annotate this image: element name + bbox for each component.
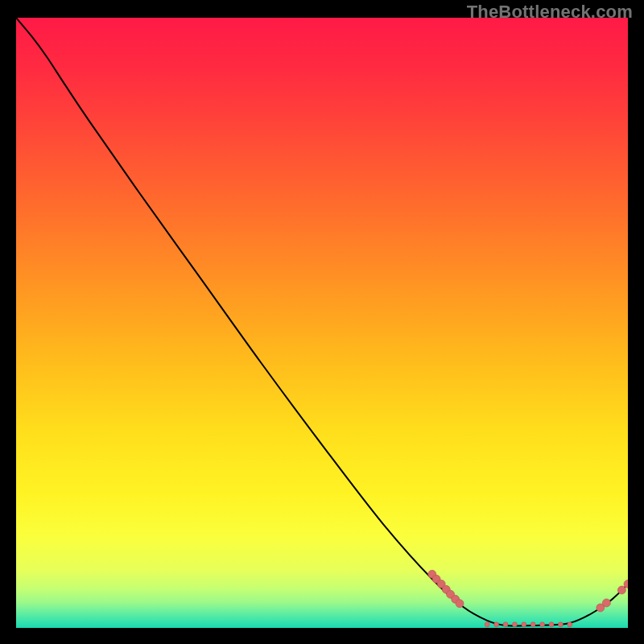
data-point: [568, 622, 572, 627]
data-point: [456, 600, 464, 608]
data-point: [602, 599, 610, 607]
data-point: [530, 622, 535, 627]
data-point: [503, 622, 508, 627]
data-point: [494, 622, 499, 627]
data-point: [522, 622, 526, 627]
data-point: [485, 622, 489, 627]
data-point: [558, 622, 563, 627]
data-point: [540, 622, 545, 627]
data-point: [549, 622, 554, 627]
svg-rect-0: [16, 18, 628, 628]
data-point: [617, 586, 625, 594]
data-point: [512, 622, 517, 627]
bottleneck-chart: [16, 18, 628, 628]
chart-frame: TheBottleneck.com: [0, 0, 644, 644]
